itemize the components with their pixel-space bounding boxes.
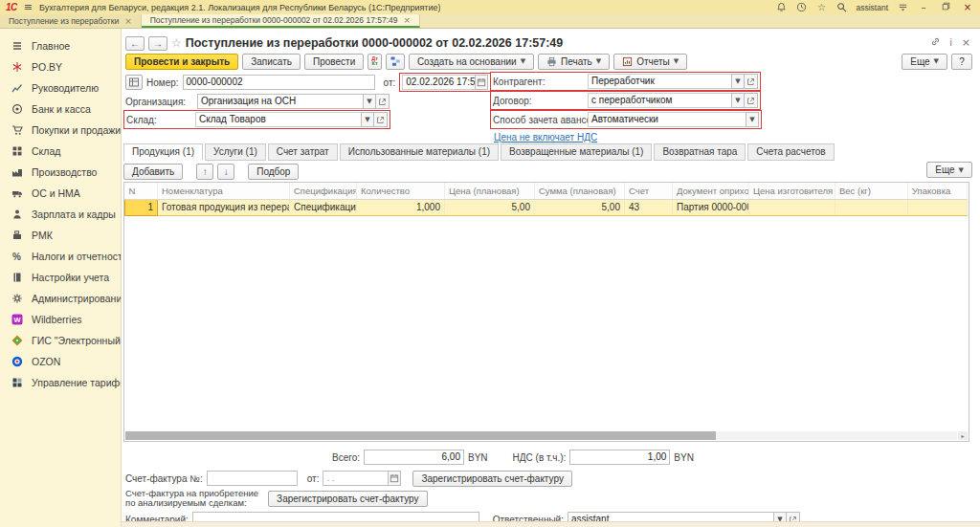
save-button[interactable]: Записать (242, 54, 301, 70)
show-postings-button[interactable]: ДтКт (368, 54, 382, 70)
organization-dropdown-button[interactable]: ▼ (363, 94, 376, 109)
add-row-button[interactable]: Добавить (123, 164, 183, 180)
counterparty-input[interactable]: Переработчик (588, 74, 731, 89)
sidebar-item-salary-hr[interactable]: Зарплата и кадры (0, 204, 121, 225)
cell-planned-price[interactable]: 5,00 (445, 199, 535, 215)
warehouse-dropdown-button[interactable]: ▼ (361, 112, 374, 127)
info-icon[interactable]: i (950, 37, 952, 48)
close-form-icon[interactable]: × (962, 36, 970, 49)
counterparty-open-button[interactable] (745, 74, 758, 89)
organization-input[interactable]: Организация на ОСН (197, 94, 363, 109)
post-button[interactable]: Провести (304, 54, 364, 70)
print-button[interactable]: Печать▼ (538, 54, 610, 70)
tab-used-materials[interactable]: Использованные материалы (1) (340, 143, 499, 161)
sidebar-item-fixed-assets[interactable]: ОС и НМА (0, 183, 121, 204)
number-input[interactable]: 0000-000002 (183, 75, 375, 90)
calendar-icon[interactable] (475, 75, 488, 90)
move-down-icon[interactable]: ↓ (217, 164, 234, 180)
window-tab-document[interactable]: Поступление из переработки 0000-000002 о… (142, 14, 420, 28)
pick-items-button[interactable]: Подбор (248, 164, 299, 180)
tab-close-icon[interactable]: × (404, 15, 412, 25)
help-button[interactable]: ? (951, 54, 972, 70)
close-icon[interactable]: × (961, 2, 974, 12)
move-up-icon[interactable]: ↑ (196, 164, 213, 180)
sidebar-item-gis[interactable]: ГИС "Электронный знак" (0, 330, 121, 351)
cell-n[interactable]: 1 (125, 199, 158, 215)
horizontal-scrollbar[interactable] (125, 431, 957, 440)
main-menu-icon[interactable]: ≡ (24, 3, 33, 12)
sidebar-item-warehouse[interactable]: Склад (0, 141, 121, 162)
structure-button[interactable] (386, 54, 405, 70)
invoice-number-input[interactable] (207, 471, 298, 486)
cell-specification[interactable]: Спецификация (290, 199, 357, 215)
sidebar-item-taxes-reports[interactable]: % Налоги и отчетность (0, 246, 121, 267)
search-icon[interactable] (835, 2, 847, 13)
cell-nomenclature[interactable]: Готовая продукция из переработки (158, 199, 290, 215)
tab-settlement-accounts[interactable]: Счета расчетов (747, 143, 834, 161)
service-menu-icon[interactable] (897, 2, 908, 13)
minimize-icon[interactable]: – (917, 2, 930, 12)
invoice-date-input[interactable]: . . (323, 471, 388, 486)
link-icon[interactable] (930, 36, 941, 49)
favorite-star-icon[interactable]: ☆ (171, 36, 182, 50)
cell-account[interactable]: 43 (625, 199, 673, 215)
tab-returned-materials[interactable]: Возвращенные материалы (1) (501, 143, 652, 161)
organization-open-button[interactable] (376, 94, 390, 109)
restore-icon[interactable] (939, 2, 952, 12)
counterparty-dropdown-button[interactable]: ▼ (731, 74, 745, 89)
cell-planned-sum[interactable]: 5,00 (535, 199, 625, 215)
history-icon[interactable] (795, 2, 807, 13)
reports-button[interactable]: Отчеты▼ (613, 54, 687, 70)
vat-input[interactable]: 1,00 (569, 450, 670, 465)
sidebar-item-administration[interactable]: Администрирование (0, 288, 121, 309)
create-based-on-button[interactable]: Создать на основании▼ (409, 54, 534, 70)
scrollbar-thumb[interactable] (125, 431, 716, 440)
warehouse-input[interactable]: Склад Товаров (195, 112, 361, 127)
notifications-icon[interactable] (775, 2, 787, 13)
contract-input[interactable]: с переработчиком (588, 93, 731, 108)
sidebar-item-bank-cash[interactable]: Банк и касса (0, 99, 121, 120)
back-button[interactable]: ← (125, 36, 145, 51)
favorites-icon[interactable]: ☆ (815, 2, 827, 13)
contract-dropdown-button[interactable]: ▼ (731, 93, 745, 108)
sidebar-item-accounting-settings[interactable]: Настройки учета (0, 267, 121, 288)
vat-price-link[interactable]: Цена не включает НДС (494, 132, 597, 143)
advance-dropdown-button[interactable]: ▼ (746, 112, 759, 127)
sidebar-item-wildberries[interactable]: W Wildberries (0, 309, 121, 330)
scroll-right-arrow-icon[interactable]: ▸ (958, 431, 968, 440)
register-analyzed-invoice-button[interactable]: Зарегистрировать счет-фактуру (268, 491, 427, 507)
sidebar-item-manager[interactable]: Руководителю (0, 77, 121, 99)
window-tab-list[interactable]: Поступление из переработки × (0, 14, 142, 28)
cell-packaging[interactable] (908, 199, 968, 215)
sidebar-item-purchases-sales[interactable]: Покупки и продажи (0, 120, 121, 141)
warehouse-open-button[interactable] (374, 112, 388, 127)
tab-services[interactable]: Услуги (1) (205, 143, 266, 161)
titlebar-user[interactable]: assistant (856, 3, 888, 12)
sidebar-item-main[interactable]: Главное (0, 35, 121, 56)
more-button[interactable]: Еще▼ (902, 54, 947, 70)
cell-receipt-document[interactable]: Партия 0000-000... (673, 199, 749, 215)
post-and-close-button[interactable]: Провести и закрыть (125, 54, 238, 70)
tab-returnable-packaging[interactable]: Возвратная тара (654, 143, 746, 161)
date-input[interactable]: 02.02.2026 17:57:49 (402, 75, 475, 90)
advance-method-input[interactable]: Автоматически (588, 112, 746, 127)
cell-quantity[interactable]: 1,000 (357, 199, 445, 215)
sidebar-item-poby[interactable]: PO.BY (0, 56, 121, 77)
calendar-icon[interactable] (388, 471, 401, 486)
register-invoice-button[interactable]: Зарегистрировать счет-фактуру (412, 471, 571, 487)
cell-weight[interactable] (835, 199, 908, 215)
sidebar-item-production[interactable]: Производство (0, 162, 121, 183)
tab-products[interactable]: Продукция (1) (123, 143, 203, 161)
number-settings-button[interactable] (125, 75, 143, 90)
sidebar-item-rmk[interactable]: РМК (0, 225, 121, 246)
forward-button[interactable]: → (148, 36, 167, 51)
table-row[interactable]: 1 Готовая продукция из переработки Специ… (125, 199, 968, 215)
sidebar-item-tariff[interactable]: Управление тарифом (0, 372, 121, 393)
contract-open-button[interactable] (745, 93, 758, 108)
total-input[interactable]: 6,00 (364, 450, 464, 465)
tab-cost-account[interactable]: Счет затрат (268, 143, 338, 161)
tab-close-icon[interactable]: × (124, 16, 132, 26)
table-more-button[interactable]: Еще▼ (926, 162, 972, 178)
sidebar-item-ozon[interactable]: OZON (0, 351, 121, 372)
cell-manufacturer-price[interactable] (749, 199, 835, 215)
